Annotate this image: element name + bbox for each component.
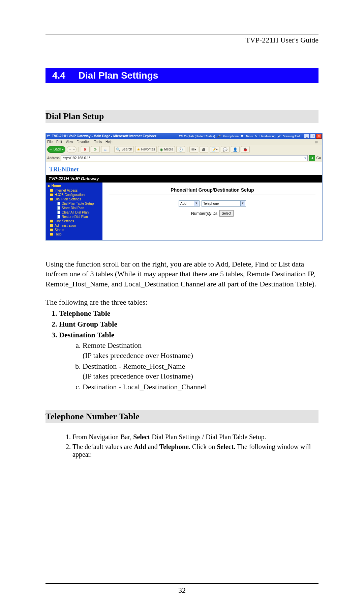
nav-dial-plan-table-setup[interactable]: Dial Plan Table Setup: [53, 202, 101, 206]
refresh-button[interactable]: ⟳: [91, 146, 100, 153]
media-icon: ◉: [160, 148, 163, 151]
menu-file[interactable]: File: [47, 140, 53, 144]
brand-strip: TRENDnet: [46, 162, 322, 175]
ie-menubar: File Edit View Favorites Tools Help ⊞: [46, 139, 322, 145]
nav-internet-access[interactable]: Internet Access: [50, 189, 101, 193]
windows-flag-icon: ⊞: [315, 140, 317, 144]
top-rule: [46, 34, 318, 34]
tools-icon[interactable]: 🛠: [241, 135, 244, 138]
nav-store-dial-plan[interactable]: Store Dial Plan: [53, 206, 101, 210]
mail-button[interactable]: ✉▾: [189, 146, 198, 153]
home-icon: ⌂: [104, 148, 107, 151]
subheading-dial-plan-setup: Dial Plan Setup: [46, 110, 318, 123]
stop-button[interactable]: ✖: [81, 146, 90, 153]
ie-addressbar: Address http://192.168.0.1/ ▾ ➜ Go: [46, 154, 322, 162]
discuss-button[interactable]: 💬: [221, 146, 230, 153]
langbar-mic[interactable]: Microphone: [223, 135, 239, 138]
back-button[interactable]: ← Back ▾: [47, 146, 65, 153]
steps-list-item: The default values are Add and Telephone…: [72, 443, 318, 458]
address-value: http://192.168.0.1/: [63, 156, 90, 160]
langbar-hand[interactable]: Handwriting: [260, 135, 276, 138]
history-icon: 🕘: [178, 148, 183, 151]
tables-list-item: Destination Table Remote Destination (IP…: [59, 330, 318, 392]
paragraph-1: Using the function scroll bar on the rig…: [46, 259, 318, 289]
search-icon: 🔍: [116, 148, 121, 151]
tables-list-item: Telephone Table: [59, 308, 318, 318]
nav-help[interactable]: Help: [50, 232, 101, 236]
history-button[interactable]: 🕘: [176, 146, 185, 153]
nav-dial-plan-settings[interactable]: Dial Plan Settings Dial Plan Table Setup…: [50, 197, 101, 219]
media-label: Media: [164, 147, 173, 151]
refresh-icon: ⟳: [94, 148, 97, 151]
address-label: Address: [47, 156, 60, 160]
handwriting-icon[interactable]: ✎: [255, 135, 257, 138]
minimize-button[interactable]: _: [304, 134, 309, 139]
close-button[interactable]: ×: [316, 134, 322, 139]
nav-home[interactable]: ▶ Home: [47, 184, 101, 188]
print-button[interactable]: 🖶: [200, 146, 208, 153]
home-button[interactable]: ⌂: [101, 146, 110, 153]
langbar-tools[interactable]: Tools: [246, 135, 253, 138]
globe-icon: 🐞: [243, 148, 248, 151]
address-input[interactable]: http://192.168.0.1/ ▾: [61, 155, 308, 161]
type-select[interactable]: Telephone: [202, 200, 246, 207]
nav-administration[interactable]: Administration: [50, 224, 101, 228]
titlebar: 🗔 TVP-221H VoIP Gateway - Main Page - Mi…: [46, 133, 322, 139]
discuss-icon: 💬: [223, 148, 228, 151]
star-icon: ★: [137, 148, 140, 151]
forward-button[interactable]: → ▾: [67, 146, 77, 153]
chevron-down-icon[interactable]: ▾: [304, 156, 306, 160]
messenger-icon: 👤: [233, 148, 238, 151]
section-title: Dial Plan Settings: [79, 70, 158, 81]
paragraph-2: The following are the three tables:: [46, 297, 318, 307]
gateway-title-bar: TVP-221H VoIP Gateway: [46, 175, 322, 183]
nav-restore-dial-plan[interactable]: Restore Dial Plan: [53, 215, 101, 219]
nav-h323-config[interactable]: H.323 Configuration: [50, 193, 101, 197]
langbar-lang[interactable]: EN English (United States): [179, 135, 215, 138]
trendnet-logo: TRENDnet: [49, 166, 79, 173]
messenger-button[interactable]: 👤: [231, 146, 240, 153]
menu-view[interactable]: View: [66, 140, 73, 144]
ie-page-icon: 🗔: [47, 134, 51, 138]
subheading-telephone-number-table: Telephone Number Table: [46, 410, 318, 423]
steps-list-item: From Navigation Bar, Select Dial Plan Se…: [72, 433, 318, 441]
menu-edit[interactable]: Edit: [56, 140, 62, 144]
gateway-nav: ▶ Home Internet Access H.323 Configurati…: [46, 183, 102, 240]
destination-sublist-item: Destination - Remote_Host_Name (IP takes…: [83, 361, 318, 381]
menu-tools[interactable]: Tools: [94, 140, 102, 144]
menu-help[interactable]: Help: [105, 140, 113, 144]
search-label: Search: [121, 147, 132, 151]
search-button[interactable]: 🔍 Search: [114, 146, 134, 153]
ids-label: Number(s)/IDs: [191, 211, 217, 216]
go-button[interactable]: ➜: [309, 155, 315, 161]
favorites-button[interactable]: ★ Favorites: [135, 146, 157, 153]
favorites-label: Favorites: [141, 147, 155, 151]
content-separator: [109, 195, 315, 195]
maximize-button[interactable]: □: [310, 134, 315, 139]
drawing-icon[interactable]: 🖌: [277, 135, 280, 138]
edit-button[interactable]: 📝▾: [210, 146, 219, 153]
nav-status[interactable]: Status: [50, 228, 101, 232]
mic-icon[interactable]: 🎤: [217, 135, 221, 138]
ie-toolbar: ← Back ▾ → ▾ ✖ ⟳ ⌂ 🔍 Search ★ Favorites …: [46, 145, 322, 154]
select-button[interactable]: Select: [219, 210, 234, 217]
mail-icon: ✉: [191, 148, 194, 151]
nav-clear-all-dial-plan[interactable]: Clear All Dial Plan: [53, 211, 101, 215]
media-button[interactable]: ◉ Media: [158, 146, 175, 153]
section-heading: 4.4 Dial Plan Settings: [46, 68, 318, 83]
action-select[interactable]: Add: [179, 200, 200, 207]
content-heading: Phone/Hunt Group/Destination Setup: [109, 187, 315, 193]
section-number: 4.4: [52, 70, 65, 81]
edit-icon: 📝: [211, 148, 216, 151]
langbar-draw[interactable]: Drawing Pad: [282, 135, 300, 138]
language-bar: EN English (United States) 🎤 Microphone …: [179, 134, 322, 139]
back-label: Back: [54, 147, 61, 151]
destination-sublist: Remote Destination (IP takes precedence …: [69, 340, 318, 392]
nav-line-settings[interactable]: Line Settings: [50, 219, 101, 223]
menu-favorites[interactable]: Favorites: [77, 140, 90, 144]
tables-list-item: Hunt Group Table: [59, 319, 318, 329]
page-number: 32: [178, 586, 186, 594]
arrow-right-icon: →: [68, 148, 72, 151]
extra-button[interactable]: 🐞: [241, 146, 250, 153]
doc-header: TVP-221H User's Guide: [46, 36, 318, 45]
